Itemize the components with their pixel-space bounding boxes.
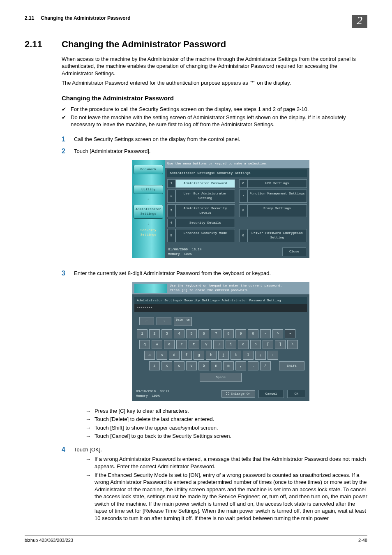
keyboard-key[interactable]: i [226,340,236,349]
step-4-notes: If a wrong Administrator Password is ent… [85,456,367,522]
keyboard-key[interactable]: k [231,351,241,360]
intro-paragraph-2: The Administrator Password entered for t… [62,79,367,87]
step-text: Touch [OK]. [74,446,102,453]
step-number: 1 [62,135,65,144]
keyboard-key[interactable]: h [206,351,217,360]
keyboard-key[interactable]: m [223,361,234,370]
step-text: Enter the currently set 8-digit Administ… [74,270,271,276]
keyboard-key[interactable]: u [213,340,224,349]
keyboard-key[interactable]: 5 [186,329,197,338]
keyboard-key[interactable]: f [181,351,192,360]
userbox-admin-button[interactable]: User Box Administrator Setting [175,190,235,203]
delete-button[interactable]: Dele- te [174,317,192,326]
cancel-button[interactable]: Cancel [258,390,284,398]
keyboard-key[interactable]: : [267,351,278,360]
keyboard-key[interactable]: . [248,361,258,370]
menu-num: 6 [239,179,247,188]
keyboard-key[interactable]: / [260,361,271,370]
stamp-settings-button[interactable]: Stamp Settings [247,204,307,217]
close-button[interactable]: Close [282,247,306,256]
driver-pwd-encrypt-button[interactable]: Driver Password Encryption Setting [247,229,307,242]
keyboard-key[interactable]: w [152,340,162,349]
admin-settings-button[interactable]: Administrator Settings [134,205,163,219]
keyboard-key[interactable]: v [186,361,197,370]
cursor-right-button[interactable]: → [157,317,171,325]
step-3: 3 Enter the currently set 8-digit Admini… [62,267,367,444]
screenshot-sidebar: Bookmark Utility ↓ Administrator Setting… [132,160,165,259]
admin-security-levels-button[interactable]: Administrator Security Levels [175,204,235,217]
step-text: Call the Security Settings screen on the… [74,136,240,142]
keyboard-key[interactable]: 2 [149,329,160,338]
note-item: Press the [C] key to clear all character… [85,407,367,415]
password-field[interactable]: ******** [134,304,307,312]
running-header: 2.11 Changing the Administrator Password… [25,15,367,29]
keyboard-key[interactable]: x [161,361,172,370]
keyboard-key[interactable]: ~ [285,329,295,338]
keyboard-key[interactable]: 8 [223,329,234,338]
keyboard-key[interactable]: l [243,351,254,360]
keyboard-key[interactable]: y [201,340,212,349]
keyboard-key[interactable]: 3 [161,329,172,338]
hdd-settings-button[interactable]: HDD Settings [247,179,307,188]
header-section-number: 2.11 [25,15,34,21]
note-item: If a wrong Administrator Password is ent… [85,456,367,470]
chapter-badge: 2 [352,15,367,28]
title-number: 2.11 [25,38,62,51]
keyboard-key[interactable]: p [250,340,261,349]
keyboard-key[interactable]: q [139,340,150,349]
step-number: 2 [62,147,65,156]
keyboard-key[interactable]: g [194,351,204,360]
keyboard-key[interactable]: d [169,351,180,360]
keyboard-key[interactable]: - [260,329,271,338]
keyboard-key[interactable]: ] [275,340,286,349]
keyboard-key[interactable]: 1 [137,329,148,338]
prerequisite-list: For the procedure to call the Security S… [62,106,367,128]
step-2: 2 Touch [Administrator Password]. Bookma… [62,145,367,267]
keyboard-key[interactable]: 7 [211,329,221,338]
menu-num: 2 [167,190,175,203]
function-mgmt-button[interactable]: Function Management Settings [247,190,307,203]
hint-text: Use the menu buttons or keypad to make a… [165,160,309,168]
keyboard-key[interactable]: ; [255,351,266,360]
keyboard-key[interactable]: 0 [248,329,258,338]
breadcrumb: Administrator Settings> Security Setting… [167,169,307,177]
keyboard-key[interactable]: ^ [272,329,283,338]
down-arrow-icon: ↓ [134,221,163,227]
menu-num: 0 [239,229,247,242]
keyboard-key[interactable]: e [164,340,175,349]
step-4: 4 Touch [OK]. If a wrong Administrator P… [62,444,367,525]
enlarge-display-button[interactable]: ⛶Enlarge On [221,390,255,398]
note-item: Touch [Shift] to show the upper case/sym… [85,424,367,432]
space-key[interactable]: Space [200,373,242,382]
keyboard-key[interactable]: o [238,340,249,349]
admin-password-button[interactable]: Administrator Password [175,179,235,188]
keyboard-key[interactable]: b [198,361,209,370]
keyboard-key[interactable]: [ [263,340,273,349]
utility-button[interactable]: Utility [134,185,163,194]
keyboard-key[interactable]: a [144,351,155,360]
sub-heading: Changing the Administrator Password [62,94,367,102]
keyboard-key[interactable]: 9 [235,329,246,338]
status-bar: 01/06/2009 15:24 Memory 100% [168,247,202,257]
ok-button[interactable]: OK [287,390,305,398]
keyboard-key[interactable]: j [218,351,229,360]
security-details-button[interactable]: Security Details [175,219,235,227]
keyboard-key[interactable]: , [235,361,246,370]
bookmark-button[interactable]: Bookmark [134,165,163,174]
intro-paragraph-1: When access to the machine by the Admini… [62,56,367,77]
keyboard-key[interactable]: n [211,361,221,370]
keyboard-key[interactable]: s [157,351,167,360]
keyboard-key[interactable]: t [189,340,199,349]
security-settings-label: Security Settings [134,228,163,237]
keyboard-key[interactable]: 4 [174,329,184,338]
note-item: If the Enhanced Security Mode is set to … [85,472,367,522]
enhanced-security-button[interactable]: Enhanced Security Mode [175,229,235,242]
keyboard-key[interactable]: r [176,340,187,349]
keyboard-key[interactable]: c [174,361,184,370]
footer-model: bizhub 423/363/283/223 [25,537,73,543]
keyboard-key[interactable]: 6 [198,329,209,338]
cursor-left-button[interactable]: ← [139,317,154,325]
keyboard-key[interactable]: z [149,361,160,370]
keyboard-key[interactable]: \ [287,340,298,349]
shift-key[interactable]: Shift [279,361,304,370]
